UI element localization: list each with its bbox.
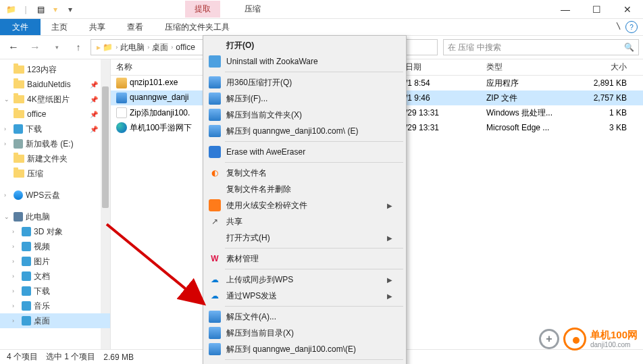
tree-item[interactable]: office📌 [0, 107, 110, 122]
tree-item[interactable]: ›新加载卷 (E:) [0, 136, 110, 151]
menu-separator [225, 248, 403, 249]
menu-item[interactable]: 打开(O) [205, 37, 405, 53]
expand-icon[interactable]: › [12, 258, 14, 265]
view-tab[interactable]: 查看 [116, 19, 154, 35]
pin-icon: 📌 [90, 81, 98, 88]
archive-icon [209, 76, 221, 88]
menu-item[interactable]: 用360压缩打开(Q) [205, 74, 405, 90]
expand-icon[interactable]: ⌄ [4, 96, 9, 103]
tree-item[interactable]: ›图片 [0, 254, 110, 269]
folder-icon [14, 80, 24, 88]
tree-item[interactable]: ›下载 [0, 284, 110, 298]
search-icon[interactable]: 🔍 [624, 43, 634, 52]
submenu-arrow-icon: ▶ [387, 292, 392, 300]
expand-icon[interactable]: › [12, 317, 14, 324]
menu-item[interactable]: 打开方式(H)▶ [205, 230, 405, 246]
menu-item[interactable]: Uninstall with ZookaWare [205, 53, 405, 70]
tree-item-label: 桌面 [34, 315, 50, 327]
menu-item-label: 上传或同步到WPS [226, 274, 293, 286]
col-size[interactable]: 大小 [562, 61, 643, 73]
tree-item[interactable]: 123内容 [0, 62, 110, 77]
folder-icon [14, 95, 24, 103]
expand-icon[interactable]: › [12, 228, 14, 235]
menu-item[interactable]: 解压文件(A)... [205, 309, 405, 325]
menu-item[interactable]: 解压到 quanngwe_danji100.com\(E) [205, 341, 405, 357]
help-icon[interactable]: ? [625, 21, 638, 33]
menu-item[interactable]: W素材管理 [205, 251, 405, 267]
folder-icon [14, 66, 24, 74]
obj-icon [22, 271, 31, 281]
home-tab[interactable]: 主页 [41, 19, 78, 35]
new-folder-icon[interactable]: ▾ [49, 3, 62, 16]
archive-icon [209, 93, 221, 105]
context-menu: 打开(O)Uninstall with ZookaWare用360压缩打开(Q)… [203, 35, 407, 364]
expand-icon[interactable]: › [12, 288, 14, 294]
obj-icon [22, 227, 31, 236]
file-tab[interactable]: 文件 [0, 19, 41, 35]
breadcrumb-seg[interactable]: 此电脑 [118, 42, 147, 53]
menu-item[interactable]: 解压到当前目录(X) [205, 325, 405, 341]
menu-separator [225, 269, 403, 269]
expand-icon[interactable]: ⌄ [4, 213, 9, 220]
compress-tab[interactable]: 压缩 [235, 1, 270, 18]
breadcrumb-seg[interactable]: 桌面 [149, 42, 171, 53]
archive-icon [209, 311, 221, 323]
menu-item[interactable]: Erase with AweEraser [205, 144, 405, 160]
menu-item[interactable]: 解压到 quanngwe_danji100.com\ (E) [205, 123, 405, 139]
shred-icon [209, 199, 221, 211]
folder-icon [14, 170, 24, 178]
expand-icon[interactable]: › [4, 140, 6, 147]
tree-item[interactable]: ›音乐 [0, 298, 110, 313]
breadcrumb-seg[interactable]: office [173, 43, 197, 52]
extract-tab[interactable]: 提取 [185, 1, 220, 18]
menu-item[interactable]: ☁通过WPS发送▶ [205, 288, 405, 304]
tree-item[interactable]: ›桌面 [0, 313, 110, 328]
tree-item[interactable]: 新建文件夹 [0, 151, 110, 166]
expand-icon[interactable]: › [4, 126, 6, 132]
tree-item[interactable]: ›文档 [0, 269, 110, 284]
minimize-button[interactable]: ― [550, 0, 581, 19]
menu-item-label: 打开方式(H) [226, 232, 270, 244]
tree-item[interactable]: ›视频 [0, 239, 110, 254]
qat-overflow[interactable]: ▾ [63, 3, 77, 16]
menu-item[interactable]: ◐复制文件名 [205, 165, 405, 181]
col-type[interactable]: 类型 [481, 61, 562, 73]
share-tab[interactable]: 共享 [78, 19, 116, 35]
properties-icon[interactable]: ▤ [34, 3, 47, 16]
compress-tools-tab[interactable]: 压缩的文件夹工具 [154, 19, 240, 35]
tree-view[interactable]: 123内容BaiduNetdis📌⌄4K壁纸图片📌office📌›下载📌›新加载… [0, 59, 111, 349]
maximize-button[interactable]: ☐ [581, 0, 612, 19]
menu-item[interactable]: 复制文件名并删除 [205, 181, 405, 197]
menu-item-label: 解压到当前文件夹(X) [226, 109, 302, 121]
wps-cloud-icon: ☁ [209, 290, 221, 302]
up-button[interactable]: ↑ [69, 39, 88, 55]
tree-item[interactable]: ›3D 对象 [0, 224, 110, 239]
ribbon-collapse-icon[interactable]: 〵 [615, 22, 623, 32]
menu-separator [225, 162, 403, 163]
menu-item[interactable]: ↗共享 [205, 213, 405, 230]
tree-item[interactable]: ›WPS云盘 [0, 188, 110, 203]
tree-item[interactable]: ⌄此电脑 [0, 209, 110, 224]
menu-item-label: 通过WPS发送 [226, 290, 277, 302]
qat-sep: | [19, 3, 32, 16]
menu-item[interactable]: 解压到(F)... [205, 90, 405, 107]
close-button[interactable]: ✕ [612, 0, 643, 19]
tree-item[interactable]: BaiduNetdis📌 [0, 77, 110, 92]
expand-icon[interactable]: › [4, 192, 6, 199]
back-button[interactable]: ← [4, 39, 23, 55]
menu-item[interactable]: 解压到当前文件夹(X) [205, 107, 405, 123]
tree-item[interactable]: ⌄4K壁纸图片📌 [0, 92, 110, 107]
search-box[interactable]: 在 压缩 中搜索 🔍 [443, 39, 639, 55]
tree-item[interactable]: 压缩 [0, 166, 110, 181]
expand-icon[interactable]: › [12, 303, 14, 309]
forward-button[interactable]: → [26, 39, 45, 55]
menu-item[interactable]: 使用火绒安全粉碎文件▶ [205, 197, 405, 213]
expand-icon[interactable]: › [12, 273, 14, 280]
recent-dropdown[interactable]: ▾ [47, 39, 66, 55]
obj-icon [22, 257, 31, 266]
tree-item[interactable]: ›下载📌 [0, 122, 110, 136]
col-date[interactable]: 日期 [400, 61, 481, 73]
menu-item[interactable]: ☁上传或同步到WPS▶ [205, 271, 405, 288]
expand-icon[interactable]: › [12, 243, 14, 250]
obj-icon [22, 242, 31, 251]
